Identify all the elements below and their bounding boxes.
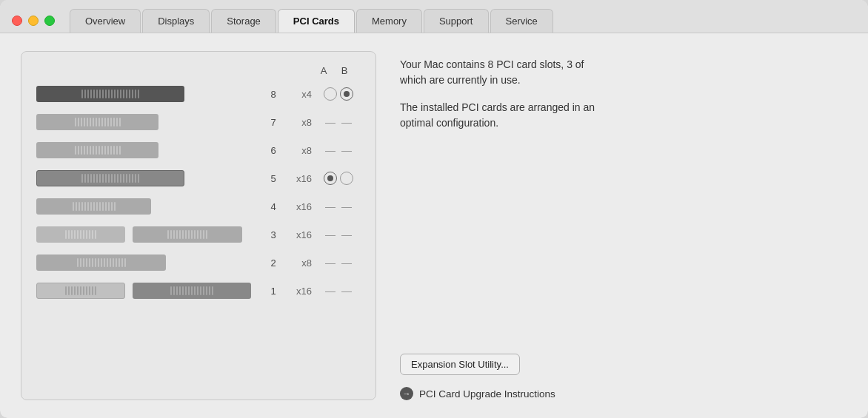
window: Overview Displays Storage PCI Cards Memo… <box>0 0 868 418</box>
upgrade-instructions-link[interactable]: PCI Card Upgrade Instructions <box>400 387 847 400</box>
tab-storage[interactable]: Storage <box>211 9 276 33</box>
expansion-slot-utility-button[interactable]: Expansion Slot Utility... <box>400 354 520 375</box>
slot-indicators-7: — — <box>316 116 361 128</box>
slot-bars-7 <box>36 114 263 130</box>
slot-indicators-2: — — <box>316 257 361 269</box>
slot-2-dash-a: — <box>324 257 337 269</box>
tab-support[interactable]: Support <box>424 9 489 33</box>
tab-displays[interactable]: Displays <box>142 9 210 33</box>
slot-7-dash-a: — <box>324 116 337 128</box>
slot-speed-6: x8 <box>284 145 312 156</box>
slot-bar-6 <box>36 142 158 158</box>
slot-2-dash-b: — <box>340 257 353 269</box>
slot-row-3: 3 x16 — — <box>36 221 361 248</box>
slot-indicators-6: — — <box>316 144 361 156</box>
slot-num-2: 2 <box>263 257 284 269</box>
slot-bar-1a <box>36 283 125 299</box>
slot-bar-4 <box>36 198 151 215</box>
arrow-circle-icon <box>400 387 413 400</box>
slot-row-5: 5 x16 <box>36 165 361 192</box>
slot-6-dash-a: — <box>324 144 337 156</box>
slot-5-radio-a[interactable] <box>324 172 337 185</box>
pci-slot-diagram: A B 8 x4 <box>21 51 376 400</box>
slot-bars-4 <box>36 198 263 215</box>
slot-bars-5 <box>36 170 263 186</box>
slot-num-5: 5 <box>263 173 284 184</box>
zoom-button[interactable] <box>44 16 55 26</box>
tab-bar: Overview Displays Storage PCI Cards Memo… <box>70 9 555 33</box>
slot-1-dash-b: — <box>340 285 353 297</box>
slot-6-dash-b: — <box>340 144 353 156</box>
slot-row-1: 1 x16 — — <box>36 277 361 304</box>
slot-num-6: 6 <box>263 145 284 156</box>
slot-speed-1: x16 <box>284 286 312 297</box>
slot-bar-1b <box>133 283 251 299</box>
slot-num-4: 4 <box>263 201 284 212</box>
info-line1: Your Mac contains 8 PCI card slots, 3 of… <box>400 57 847 88</box>
slot-speed-4: x16 <box>284 201 312 212</box>
slot-bar-7 <box>36 114 158 130</box>
slot-num-1: 1 <box>263 286 284 297</box>
slot-bar-8 <box>36 86 184 102</box>
slot-indicators-3: — — <box>316 229 361 240</box>
slot-speed-8: x4 <box>284 89 312 100</box>
slot-indicators-4: — — <box>316 200 361 212</box>
slot-bars-3 <box>36 226 263 243</box>
slot-3-dash-b: — <box>340 229 353 240</box>
slot-row-7: 7 x8 — — <box>36 109 361 135</box>
content-area: A B 8 x4 <box>0 33 868 418</box>
slot-bars-2 <box>36 254 263 271</box>
slot-bars-6 <box>36 142 263 158</box>
upgrade-instructions-label: PCI Card Upgrade Instructions <box>419 388 555 400</box>
slot-speed-3: x16 <box>284 229 312 240</box>
slot-speed-5: x16 <box>284 173 312 184</box>
slot-bar-3a <box>36 226 125 243</box>
slot-row-6: 6 x8 — — <box>36 137 361 164</box>
slot-7-dash-b: — <box>340 116 353 128</box>
slot-row-8: 8 x4 <box>36 81 361 107</box>
titlebar: Overview Displays Storage PCI Cards Memo… <box>0 0 868 33</box>
slot-bar-2 <box>36 254 166 271</box>
slot-num-7: 7 <box>263 117 284 128</box>
close-button[interactable] <box>12 16 22 26</box>
slot-speed-7: x8 <box>284 117 312 128</box>
info-line2: The installed PCI cards are arranged in … <box>400 100 847 131</box>
slot-bars-1 <box>36 283 263 299</box>
slot-8-radio-a[interactable] <box>324 87 337 101</box>
slot-row-2: 2 x8 — — <box>36 249 361 276</box>
slot-4-dash-b: — <box>340 200 353 212</box>
col-b-header: B <box>334 65 355 76</box>
slot-indicators-1: — — <box>316 285 361 297</box>
slot-1-dash-a: — <box>324 285 337 297</box>
column-headers: A B <box>36 65 361 76</box>
tab-pci-cards[interactable]: PCI Cards <box>278 9 355 33</box>
slot-num-8: 8 <box>263 89 284 100</box>
slot-speed-2: x8 <box>284 257 312 269</box>
slot-8-radio-b[interactable] <box>340 87 353 101</box>
tab-memory[interactable]: Memory <box>356 9 422 33</box>
slot-3-dash-a: — <box>324 229 337 240</box>
slot-num-3: 3 <box>263 229 284 240</box>
info-panel: Your Mac contains 8 PCI card slots, 3 of… <box>400 51 847 400</box>
slot-bar-3b <box>133 226 242 243</box>
slot-4-dash-a: — <box>324 200 337 212</box>
traffic-lights <box>12 16 55 26</box>
slot-5-radio-b[interactable] <box>340 172 353 185</box>
tab-service[interactable]: Service <box>490 9 553 33</box>
tab-overview[interactable]: Overview <box>70 9 141 33</box>
col-a-header: A <box>313 65 334 76</box>
slot-indicators-5 <box>316 172 361 185</box>
minimize-button[interactable] <box>28 16 39 26</box>
slot-indicators-8 <box>316 87 361 101</box>
slot-bars-8 <box>36 86 263 102</box>
slot-bar-5 <box>36 170 184 186</box>
slot-row-4: 4 x16 — — <box>36 193 361 220</box>
